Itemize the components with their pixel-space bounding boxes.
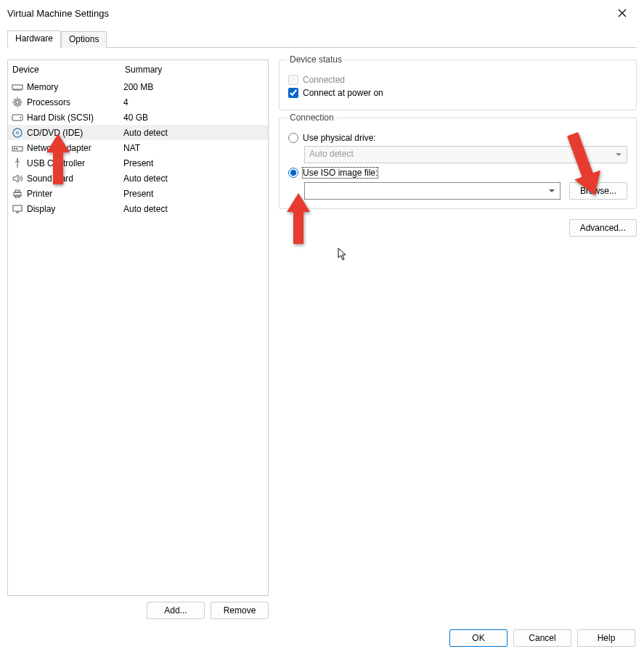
- connection-group: Connection Use physical drive: Auto dete…: [279, 118, 637, 209]
- device-name: Display: [27, 204, 55, 214]
- svg-point-6: [17, 131, 19, 134]
- dialog-button-bar: OK Cancel Help: [449, 629, 635, 647]
- device-row-printer[interactable]: PrinterPresent: [8, 186, 268, 201]
- device-name: USB Controller: [27, 158, 85, 168]
- connect-poweron-row[interactable]: Connect at power on: [288, 88, 627, 98]
- device-summary: Auto detect: [123, 128, 265, 138]
- device-name: Processors: [27, 97, 70, 107]
- device-row-memory[interactable]: Memory200 MB: [8, 79, 268, 94]
- usb-icon: [11, 158, 24, 169]
- close-button[interactable]: [608, 0, 637, 26]
- device-summary: NAT: [123, 143, 265, 153]
- display-icon: [11, 203, 24, 215]
- help-label: Help: [598, 633, 616, 643]
- tab-strip: Hardware Options: [7, 30, 637, 48]
- ok-button[interactable]: OK: [449, 629, 508, 647]
- iso-path-combo[interactable]: [304, 182, 561, 200]
- device-row-net[interactable]: Network AdapterNAT: [8, 140, 268, 155]
- cancel-button[interactable]: Cancel: [513, 629, 571, 647]
- memory-icon: [11, 81, 24, 93]
- connected-checkbox: [288, 75, 298, 85]
- device-summary: 200 MB: [123, 82, 265, 92]
- connect-poweron-label: Connect at power on: [303, 88, 383, 98]
- col-device: Device: [12, 65, 125, 75]
- device-summary: 40 GB: [123, 113, 265, 123]
- browse-button[interactable]: Browse...: [569, 182, 627, 200]
- remove-button[interactable]: Remove: [211, 602, 269, 619]
- cd-icon: [11, 127, 24, 139]
- title-bar: Virtual Machine Settings: [0, 0, 644, 26]
- physical-drive-combo[interactable]: Auto detect: [304, 146, 627, 163]
- sound-icon: [11, 173, 24, 184]
- add-button[interactable]: Add...: [147, 602, 205, 619]
- tab-hardware-label: Hardware: [15, 33, 53, 44]
- connect-poweron-checkbox[interactable]: [288, 88, 298, 98]
- connected-checkbox-row[interactable]: Connected: [288, 75, 627, 85]
- advanced-button[interactable]: Advanced...: [569, 219, 637, 237]
- device-summary: Present: [123, 158, 265, 168]
- use-iso-radio[interactable]: [288, 168, 298, 178]
- device-list-header: Device Summary: [8, 60, 268, 79]
- hdd-icon: [11, 112, 24, 123]
- device-summary: 4: [123, 97, 265, 107]
- device-status-title: Device status: [287, 54, 345, 65]
- cpu-icon: [11, 97, 24, 108]
- device-name: Memory: [27, 82, 58, 92]
- device-row-cd[interactable]: CD/DVD (IDE)Auto detect: [8, 125, 268, 140]
- device-row-cpu[interactable]: Processors4: [8, 94, 268, 110]
- device-summary: Present: [123, 189, 265, 199]
- use-physical-radio[interactable]: [288, 133, 298, 143]
- svg-rect-1: [15, 99, 20, 105]
- device-row-display[interactable]: DisplayAuto detect: [8, 201, 268, 216]
- net-icon: [11, 142, 24, 154]
- help-button[interactable]: Help: [577, 629, 635, 647]
- device-name: Printer: [27, 189, 52, 199]
- svg-rect-0: [12, 85, 23, 89]
- device-name: Hard Disk (SCSI): [27, 113, 94, 123]
- svg-rect-8: [14, 148, 15, 150]
- svg-rect-14: [13, 205, 22, 211]
- device-summary: Auto detect: [123, 204, 265, 214]
- add-label: Add...: [164, 605, 187, 616]
- svg-point-4: [20, 117, 21, 118]
- cancel-label: Cancel: [529, 633, 555, 643]
- window-title: Virtual Machine Settings: [7, 8, 109, 19]
- device-list: Device Summary Memory200 MBProcessors4Ha…: [7, 60, 269, 596]
- device-row-usb[interactable]: USB ControllerPresent: [8, 155, 268, 171]
- tab-hardware[interactable]: Hardware: [7, 30, 61, 48]
- remove-label: Remove: [224, 605, 256, 616]
- device-row-sound[interactable]: Sound CardAuto detect: [8, 171, 268, 186]
- connected-label: Connected: [303, 75, 345, 85]
- advanced-label: Advanced...: [580, 223, 626, 233]
- use-iso-label: Use ISO image file:: [303, 168, 378, 178]
- svg-rect-9: [16, 148, 17, 150]
- printer-icon: [11, 188, 24, 200]
- device-row-hdd[interactable]: Hard Disk (SCSI)40 GB: [8, 110, 268, 125]
- connection-title: Connection: [287, 113, 337, 123]
- tab-options-label: Options: [69, 34, 99, 44]
- device-name: Network Adapter: [27, 143, 91, 153]
- use-iso-row[interactable]: Use ISO image file:: [288, 168, 627, 178]
- device-summary: Auto detect: [123, 173, 265, 184]
- browse-label: Browse...: [580, 186, 616, 196]
- col-summary: Summary: [125, 65, 264, 75]
- device-name: Sound Card: [27, 173, 73, 184]
- close-icon: [618, 9, 627, 17]
- use-physical-label: Use physical drive:: [303, 133, 376, 143]
- ok-label: OK: [472, 633, 484, 643]
- tab-options[interactable]: Options: [61, 31, 107, 48]
- svg-point-5: [13, 128, 22, 137]
- physical-drive-combo-wrap: Auto detect: [304, 146, 627, 163]
- device-name: CD/DVD (IDE): [27, 128, 83, 138]
- physical-drive-value: Auto detect: [309, 149, 354, 159]
- svg-rect-2: [16, 101, 19, 104]
- svg-rect-12: [15, 190, 20, 192]
- svg-point-10: [17, 158, 18, 160]
- use-physical-row[interactable]: Use physical drive:: [288, 133, 627, 143]
- device-status-group: Device status Connected Connect at power…: [279, 60, 637, 110]
